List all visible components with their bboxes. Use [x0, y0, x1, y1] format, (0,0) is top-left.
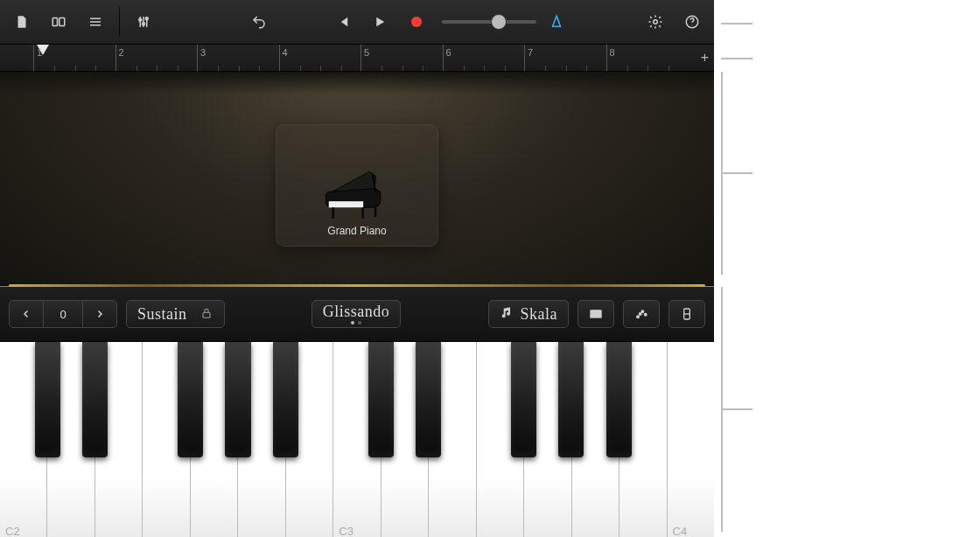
- ruler-bar-number: 1: [37, 47, 42, 58]
- ruler-bar[interactable]: 3: [197, 45, 198, 71]
- go-to-start-button[interactable]: [326, 7, 360, 37]
- ruler-bar[interactable]: 8: [606, 45, 607, 71]
- svg-rect-24: [595, 310, 596, 315]
- instrument-name: Grand Piano: [327, 225, 386, 237]
- ruler-bar-number: 4: [283, 47, 288, 58]
- black-key[interactable]: [178, 342, 203, 457]
- sustain-button[interactable]: Sustain: [126, 300, 225, 328]
- page-dots: [351, 321, 361, 324]
- tracks-button[interactable]: [79, 7, 112, 37]
- ruler-bar[interactable]: 6: [443, 45, 444, 71]
- callout-line: [721, 172, 752, 174]
- svg-rect-16: [329, 201, 363, 207]
- ruler-bar[interactable]: 7: [524, 45, 525, 71]
- svg-line-12: [556, 16, 559, 23]
- keyboard-mode-button[interactable]: Glissando: [312, 300, 402, 328]
- sustain-label: Sustain: [137, 305, 187, 324]
- svg-rect-1: [60, 18, 65, 26]
- ruler-bar[interactable]: 5: [360, 45, 361, 71]
- black-key[interactable]: [558, 342, 584, 457]
- ruler-bar-number: 8: [610, 47, 615, 58]
- ruler-bar-number: 3: [200, 47, 206, 58]
- metronome-button[interactable]: [540, 7, 573, 37]
- volume-thumb[interactable]: [491, 14, 507, 30]
- black-key[interactable]: [606, 342, 632, 457]
- callout-line: [721, 58, 752, 59]
- instrument-selector[interactable]: Grand Piano: [276, 124, 438, 247]
- black-key[interactable]: [273, 342, 298, 457]
- scale-label: Skala: [521, 305, 558, 324]
- play-button[interactable]: [363, 7, 396, 37]
- svg-rect-17: [332, 207, 334, 219]
- svg-rect-25: [598, 310, 598, 315]
- ruler-bar-number: 6: [446, 47, 452, 58]
- keyboard-mode-label: Glissando: [323, 303, 390, 319]
- ruler-bar[interactable]: 4: [279, 45, 280, 71]
- svg-rect-19: [374, 205, 377, 217]
- arpeggiator-button[interactable]: [623, 300, 660, 328]
- black-key[interactable]: [511, 342, 536, 457]
- mixer-button[interactable]: [127, 7, 160, 37]
- instrument-area: Grand Piano: [0, 72, 714, 286]
- lock-icon: [200, 306, 214, 323]
- undo-button[interactable]: [242, 7, 276, 37]
- black-key[interactable]: [368, 342, 394, 457]
- octave-value: 0: [44, 300, 82, 328]
- ruler-bar[interactable]: 2: [116, 45, 116, 71]
- svg-rect-0: [52, 18, 57, 26]
- top-toolbar: [0, 0, 714, 45]
- svg-point-27: [639, 313, 641, 316]
- svg-point-26: [637, 316, 640, 318]
- octave-stepper[interactable]: 0: [9, 300, 117, 328]
- add-section-button[interactable]: +: [701, 50, 709, 66]
- svg-point-28: [641, 310, 644, 313]
- browser-button[interactable]: [42, 7, 75, 37]
- keyboard-layout-button[interactable]: [578, 300, 614, 328]
- keyboard-control-strip: 0 Sustain Glissando Ska: [0, 286, 714, 342]
- my-songs-button[interactable]: [5, 7, 38, 37]
- octave-up-button[interactable]: [82, 300, 117, 328]
- svg-rect-18: [361, 207, 364, 219]
- ruler-bar-number: 5: [364, 47, 369, 58]
- master-volume-slider[interactable]: [442, 20, 536, 24]
- toolbar-divider: [119, 7, 120, 37]
- app-window: + 12345678 Grand: [0, 0, 714, 537]
- settings-button[interactable]: [639, 7, 672, 37]
- svg-point-11: [411, 17, 422, 27]
- white-key[interactable]: C4: [668, 342, 714, 537]
- black-key[interactable]: [416, 342, 441, 457]
- scale-button[interactable]: Skala: [488, 300, 570, 328]
- svg-rect-21: [203, 312, 210, 317]
- callout-line: [721, 23, 752, 24]
- octave-down-button[interactable]: [9, 300, 44, 328]
- key-label: C4: [673, 525, 688, 537]
- key-label: C2: [5, 525, 20, 537]
- piano-keyboard[interactable]: C2C3C4: [0, 342, 714, 537]
- svg-point-15: [692, 24, 693, 25]
- black-key[interactable]: [225, 342, 250, 457]
- black-key[interactable]: [35, 342, 60, 457]
- note-icon: [500, 306, 514, 323]
- key-label: C3: [339, 525, 354, 537]
- svg-point-13: [654, 20, 658, 24]
- keyboard-size-button[interactable]: [668, 300, 705, 328]
- record-button[interactable]: [400, 7, 433, 37]
- ruler-bar[interactable]: 1: [33, 45, 34, 71]
- ruler-bar-number: 2: [119, 47, 124, 58]
- help-button[interactable]: [676, 7, 709, 37]
- svg-rect-23: [592, 310, 593, 315]
- timeline-ruler[interactable]: + 12345678: [0, 45, 714, 72]
- callout-line: [721, 408, 752, 410]
- volume-track[interactable]: [442, 20, 536, 24]
- grand-piano-icon: [318, 165, 396, 225]
- black-key[interactable]: [82, 342, 108, 457]
- svg-point-29: [644, 313, 647, 316]
- ruler-bar-number: 7: [528, 47, 533, 58]
